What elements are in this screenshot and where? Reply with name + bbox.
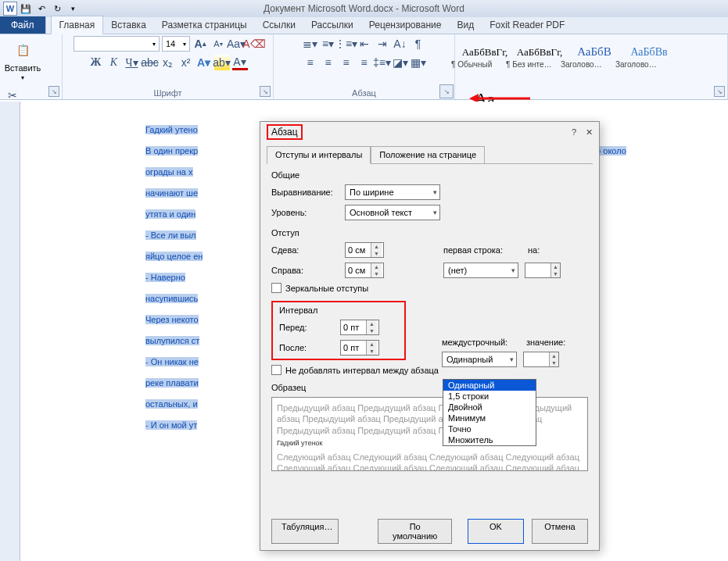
line-spacing-icon[interactable]: ‡≡▾ (375, 55, 390, 70)
bullets-icon[interactable]: ≣▾ (303, 36, 318, 52)
space-after-spinner[interactable]: ▲▼ (340, 340, 379, 356)
multilevel-icon[interactable]: ⋮≡▾ (339, 36, 354, 52)
ok-button[interactable]: OK (468, 519, 524, 544)
clipboard-icon: 📋 (13, 38, 33, 62)
paragraph-dialog: Абзац ? ✕ Отступы и интервалы Положение … (260, 121, 600, 551)
highlight-icon[interactable]: ab▾ (214, 55, 230, 70)
tab-insert[interactable]: Вставка (103, 16, 154, 34)
align-left-icon[interactable]: ≡ (303, 55, 318, 70)
undo-icon[interactable]: ↶ (34, 2, 48, 16)
cancel-button[interactable]: Отмена (532, 519, 588, 544)
tab-home[interactable]: Главная (51, 16, 104, 34)
section-sample: Образец (271, 383, 588, 392)
tab-references[interactable]: Ссылки (255, 16, 303, 34)
outline-level-combo[interactable]: Основной текст▾ (345, 205, 440, 220)
line-spacing-option[interactable]: Минимум (443, 413, 536, 423)
dialog-title: Абзац (267, 124, 303, 140)
first-line-label: первая строка: (443, 245, 522, 255)
styles-launcher-icon[interactable]: ↘ (714, 86, 725, 97)
font-family-combo[interactable]: ▾ (74, 36, 160, 52)
sample-preview: Предыдущий абзац Предыдущий абзац Предыд… (271, 397, 588, 471)
decrease-indent-icon[interactable]: ⇤ (357, 36, 372, 52)
value-label: значение: (526, 338, 550, 347)
line-spacing-option[interactable]: Двойной (443, 402, 536, 413)
grow-font-icon[interactable]: A▴ (192, 36, 208, 52)
space-before-spinner[interactable]: ▲▼ (340, 320, 379, 335)
borders-icon[interactable]: ▦▾ (411, 55, 426, 70)
level-label: Уровень: (271, 208, 339, 217)
increase-indent-icon[interactable]: ⇥ (375, 36, 390, 52)
line-spacing-option[interactable]: Точно (443, 423, 536, 434)
style-card[interactable]: АаБбВвГг,¶ Без инте… (515, 36, 565, 78)
line-spacing-dropdown[interactable]: Одинарный1,5 строкиДвойнойМинимумТочноМн… (443, 379, 536, 446)
shrink-font-icon[interactable]: A▾ (210, 36, 226, 52)
redo-icon[interactable]: ↻ (50, 2, 64, 16)
justify-icon[interactable]: ≡ (357, 55, 372, 70)
sort-icon[interactable]: A↓ (393, 36, 408, 52)
paragraph-launcher-icon[interactable]: ↘ (439, 84, 454, 98)
shading-icon[interactable]: ◪▾ (393, 55, 408, 70)
superscript-icon[interactable]: x² (178, 55, 194, 70)
line-spacing-option[interactable]: 1,5 строки (443, 391, 536, 402)
mirror-indent-checkbox[interactable]: Зеркальные отступы (271, 283, 588, 293)
line-spacing-label: междустрочный: (442, 338, 520, 347)
section-interval: Интервал (279, 306, 398, 315)
tab-layout[interactable]: Разметка страницы (154, 16, 255, 34)
paste-button[interactable]: 📋 Вставить ▾ (5, 36, 41, 83)
set-default-button[interactable]: По умолчанию (378, 519, 452, 544)
indent-right-spinner[interactable]: ▲▼ (345, 263, 384, 278)
close-icon[interactable]: ✕ (586, 127, 593, 138)
tabs-button[interactable]: Табуляция… (271, 519, 339, 544)
font-launcher-icon[interactable]: ↘ (260, 86, 271, 97)
section-general: Общие (271, 170, 588, 180)
change-case-icon[interactable]: Aa▾ (228, 36, 244, 52)
numbering-icon[interactable]: ≡▾ (321, 36, 336, 52)
tab-view[interactable]: Вид (449, 16, 482, 34)
line-spacing-option[interactable]: Множитель (443, 434, 536, 445)
italic-icon[interactable]: К (106, 55, 122, 70)
indent-right-label: Справа: (271, 266, 339, 275)
font-size-combo[interactable]: 14▾ (162, 36, 190, 52)
indent-left-spinner[interactable]: ▲▼ (345, 242, 384, 258)
tab-foxit[interactable]: Foxit Reader PDF (482, 16, 572, 34)
style-card[interactable]: АаБбВвГг,¶ Обычный (460, 36, 510, 78)
group-paragraph-label: Абзац (278, 88, 450, 99)
window-title: Документ Microsoft Word.docx - Microsoft… (264, 3, 464, 14)
first-line-combo[interactable]: (нет)▾ (443, 263, 518, 278)
word-icon: W (3, 2, 17, 16)
alignment-combo[interactable]: По ширине▾ (345, 184, 440, 200)
subscript-icon[interactable]: x₂ (160, 55, 176, 70)
line-spacing-combo[interactable]: Одинарный▾ (442, 352, 517, 367)
by-label: на: (528, 245, 551, 255)
tab-indent-spacing[interactable]: Отступы и интервалы (267, 146, 371, 164)
cut-icon[interactable]: ✂ (5, 88, 20, 103)
save-icon[interactable]: 💾 (19, 2, 33, 16)
tab-file[interactable]: Файл (0, 16, 46, 34)
tab-review[interactable]: Рецензирование (361, 16, 450, 34)
tab-mailings[interactable]: Рассылки (303, 16, 361, 34)
align-label: Выравнивание: (271, 188, 339, 197)
strike-icon[interactable]: abc (142, 55, 158, 70)
font-color-icon[interactable]: A▾ (232, 55, 248, 70)
show-marks-icon[interactable]: ¶ (411, 36, 426, 52)
align-right-icon[interactable]: ≡ (339, 55, 354, 70)
help-icon[interactable]: ? (572, 127, 576, 138)
clear-formatting-icon[interactable]: A⌫ (246, 36, 262, 52)
section-indent: Отступ (271, 228, 588, 238)
underline-icon[interactable]: Ч▾ (124, 55, 140, 70)
line-spacing-value-spinner[interactable]: ▲▼ (523, 352, 559, 367)
tab-position[interactable]: Положение на странице (371, 146, 485, 164)
align-center-icon[interactable]: ≡ (321, 55, 336, 70)
first-line-by-spinner[interactable]: ▲▼ (525, 263, 561, 278)
group-font-label: Шрифт (67, 88, 268, 99)
style-card[interactable]: АаБбВЗаголово… (569, 36, 619, 78)
qat-more-icon[interactable]: ▾ (66, 2, 80, 16)
text-effects-icon[interactable]: A▾ (196, 55, 212, 70)
clipboard-launcher-icon[interactable]: ↘ (48, 86, 59, 97)
before-label: Перед: (279, 323, 334, 332)
style-card[interactable]: АаБбВвЗаголово… (624, 36, 674, 78)
after-label: После: (279, 343, 334, 352)
indent-left-label: Сдева: (271, 245, 339, 255)
bold-icon[interactable]: Ж (88, 55, 104, 70)
line-spacing-option[interactable]: Одинарный (443, 380, 536, 391)
